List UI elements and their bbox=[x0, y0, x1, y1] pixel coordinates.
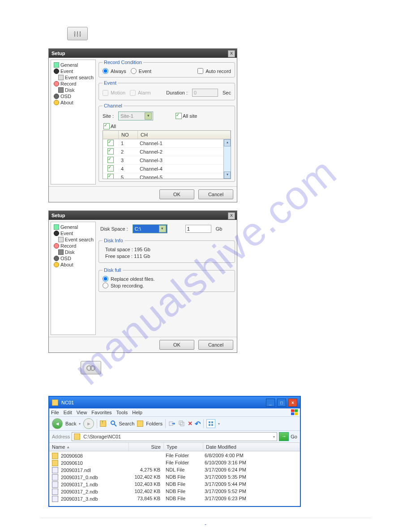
column-headers: Name ▲ Size Type Date Modified bbox=[49, 443, 300, 451]
checkbox-icon[interactable] bbox=[107, 174, 114, 179]
check-alarm[interactable]: Alarm bbox=[130, 90, 151, 96]
tree-record[interactable]: Record bbox=[52, 243, 94, 249]
tree-about[interactable]: About bbox=[52, 99, 94, 106]
tree-about[interactable]: About bbox=[52, 262, 94, 268]
tree-general[interactable]: General bbox=[52, 62, 94, 68]
check-all[interactable]: All bbox=[103, 123, 116, 129]
tree-disk[interactable]: Disk bbox=[52, 249, 94, 255]
back-label[interactable]: Back bbox=[65, 421, 76, 426]
checkbox-icon[interactable] bbox=[107, 140, 114, 146]
menu-edit[interactable]: Edit bbox=[64, 410, 72, 415]
checkbox-icon[interactable] bbox=[107, 148, 114, 154]
legend-disk-full: Disk full bbox=[103, 267, 123, 273]
duration-input[interactable] bbox=[192, 89, 218, 97]
tree-event-search[interactable]: Event search bbox=[52, 236, 94, 243]
search-button[interactable]: Search bbox=[110, 420, 134, 427]
file-icon bbox=[52, 474, 58, 481]
close-button[interactable]: X bbox=[228, 50, 235, 57]
forward-button[interactable]: ► bbox=[83, 418, 94, 429]
checkbox-icon[interactable] bbox=[107, 157, 114, 163]
copy-to-button[interactable] bbox=[178, 420, 185, 427]
file-row[interactable]: 20090317_2.ndb102,402 KBNDB File3/17/200… bbox=[49, 488, 300, 495]
file-row[interactable]: 20090610File Folder6/10/2009 3:16 PM bbox=[49, 459, 300, 467]
menu-view[interactable]: View bbox=[77, 410, 87, 415]
menu-help[interactable]: Help bbox=[132, 410, 142, 415]
checkbox-icon[interactable] bbox=[107, 165, 114, 172]
channel-row[interactable]: 5Channel-5 bbox=[103, 173, 231, 179]
col-size[interactable]: Size bbox=[129, 443, 164, 451]
file-size: 73,845 KB bbox=[128, 495, 163, 502]
file-row[interactable]: 20090317_1.ndb102,403 KBNDB File3/17/200… bbox=[49, 481, 300, 488]
channel-row[interactable]: 4Channel-4 bbox=[103, 165, 231, 173]
scroll-down-icon[interactable]: ▾ bbox=[224, 172, 231, 179]
site-select[interactable]: Site-1▾ bbox=[118, 112, 153, 120]
menu-tools[interactable]: Tools bbox=[116, 410, 128, 415]
chevron-down-icon: ▾ bbox=[145, 112, 152, 120]
radio-event[interactable]: Event bbox=[131, 68, 151, 74]
file-row[interactable]: 20090317_3.ndb73,845 KBNDB File3/17/2009… bbox=[49, 495, 300, 502]
tree-osd[interactable]: OSD bbox=[52, 255, 94, 262]
dialog-title-bar[interactable]: Setup X bbox=[49, 211, 237, 220]
close-button[interactable]: × bbox=[288, 399, 297, 407]
undo-button[interactable]: ↶ bbox=[195, 420, 201, 428]
disk-space-label: Disk Space : bbox=[100, 226, 128, 232]
channel-row[interactable]: 3Channel-3 bbox=[103, 156, 231, 165]
play-button[interactable] bbox=[81, 361, 101, 374]
check-all-site[interactable]: All site bbox=[176, 113, 197, 119]
radio-always[interactable]: Always bbox=[103, 68, 126, 74]
svg-rect-10 bbox=[291, 412, 294, 415]
col-type[interactable]: Type bbox=[164, 443, 203, 451]
dialog-title: Setup bbox=[51, 51, 65, 56]
chevron-down-icon: ▾ bbox=[159, 225, 166, 232]
channel-row[interactable]: 1Channel-1 bbox=[103, 139, 231, 148]
scroll-up-icon[interactable]: ▴ bbox=[224, 139, 231, 146]
file-row[interactable]: 20090317.ndl4,275 KBNDL File3/17/2009 6:… bbox=[49, 467, 300, 474]
minimize-button[interactable]: _ bbox=[266, 399, 275, 407]
ok-button[interactable]: OK bbox=[159, 340, 194, 350]
settings-tree: General Event Event search Record Disk O… bbox=[51, 222, 96, 335]
col-no[interactable]: NO bbox=[119, 131, 138, 139]
menu-favorites[interactable]: Favorites bbox=[91, 410, 111, 415]
close-button[interactable]: X bbox=[228, 212, 235, 219]
folders-button[interactable]: Folders bbox=[137, 420, 163, 427]
up-button[interactable]: ↑ bbox=[100, 420, 107, 427]
separator bbox=[203, 419, 204, 428]
move-to-button[interactable] bbox=[168, 420, 176, 427]
maximize-button[interactable]: □ bbox=[277, 399, 286, 407]
ok-button[interactable]: OK bbox=[159, 189, 194, 199]
radio-stop[interactable]: Stop recording. bbox=[103, 283, 144, 288]
file-row[interactable]: 20090317_0.ndb102,402 KBNDB File3/17/200… bbox=[49, 474, 300, 481]
back-button[interactable]: ◄ bbox=[52, 418, 63, 429]
check-auto-record[interactable]: Auto record bbox=[197, 68, 231, 74]
radio-replace[interactable]: Replace oldest files. bbox=[103, 276, 154, 282]
channel-row[interactable]: 2Channel-2 bbox=[103, 148, 231, 156]
col-name[interactable]: Name ▲ bbox=[49, 443, 129, 451]
col-ch[interactable]: CH bbox=[138, 131, 231, 139]
col-date[interactable]: Date Modified bbox=[203, 443, 300, 451]
dialog-title-bar[interactable]: Setup X bbox=[49, 49, 237, 58]
tree-osd[interactable]: OSD bbox=[52, 93, 94, 99]
check-motion[interactable]: Motion bbox=[103, 90, 125, 96]
scrollbar[interactable]: ▴ ▾ bbox=[223, 139, 231, 179]
file-row[interactable]: 20090608File Folder6/8/2009 4:00 PM bbox=[49, 452, 300, 459]
menu-file[interactable]: File bbox=[51, 410, 59, 415]
delete-button[interactable]: × bbox=[188, 420, 192, 428]
disk-size-input[interactable] bbox=[185, 225, 211, 233]
disk-icon bbox=[58, 249, 64, 255]
address-input[interactable]: C:\Storage\NC01 ▾ bbox=[72, 432, 277, 441]
duration-label: Duration : bbox=[166, 90, 188, 95]
tree-event-search[interactable]: Event search bbox=[52, 74, 94, 81]
tree-general[interactable]: General bbox=[52, 224, 94, 230]
cancel-button[interactable]: Cancel bbox=[198, 189, 233, 199]
go-button[interactable]: → bbox=[279, 432, 289, 441]
cancel-button[interactable]: Cancel bbox=[198, 340, 233, 350]
tree-disk[interactable]: Disk bbox=[52, 87, 94, 93]
drive-select[interactable]: C:\▾ bbox=[133, 224, 167, 233]
footnote-link[interactable] bbox=[40, 520, 371, 525]
tree-record[interactable]: Record bbox=[52, 81, 94, 87]
tree-event[interactable]: Event bbox=[52, 230, 94, 236]
settings-button[interactable] bbox=[67, 27, 88, 40]
tree-event[interactable]: Event bbox=[52, 68, 94, 74]
views-button[interactable] bbox=[206, 419, 215, 428]
explorer-title-bar[interactable]: NC01 _ □ × bbox=[49, 397, 300, 408]
